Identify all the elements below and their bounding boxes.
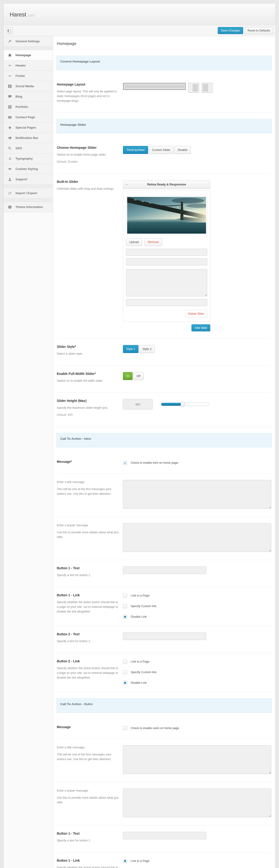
info-icon	[8, 205, 12, 209]
slider-option-thinkupslider[interactable]: ThinkUpSlider	[123, 146, 148, 154]
option-title: Message*	[57, 460, 120, 464]
radio-button[interactable]	[123, 670, 127, 674]
checkbox-label: Check to enable intro on home page.	[131, 461, 179, 464]
save-changes-button[interactable]: Save Changes	[218, 27, 243, 34]
sidebar-item-social-media[interactable]: Social Media	[3, 81, 53, 91]
sidebar-item-import-export[interactable]: Import / Export	[3, 188, 53, 198]
sidebar-layout-icon	[7, 29, 11, 32]
option-desc: Specify the maximum slider height (px).	[57, 405, 120, 410]
app-version: 1.0.0	[28, 14, 34, 17]
radio-button[interactable]	[123, 604, 127, 608]
sidebar-item-label: Homepage	[15, 53, 31, 57]
sidebar-item-blog[interactable]: Blog	[3, 91, 53, 102]
sidebar-item-contact-page[interactable]: Contact Page	[3, 112, 53, 122]
upload-button[interactable]: Upload	[126, 238, 142, 246]
option-desc: Switch on to enable home page slider.	[57, 152, 120, 157]
slide-image-frame	[126, 196, 207, 235]
intro-btn2-link-option-custom[interactable]: Specify Custom link	[123, 670, 271, 674]
layout-option-full-width[interactable]	[123, 83, 186, 90]
option-title: Slider Height (Max)	[57, 399, 120, 403]
slide-accordion-header[interactable]: - Retina Ready & Responsive	[123, 180, 210, 189]
slide-link-input[interactable]	[126, 299, 207, 306]
default-note: Default: 400	[57, 412, 120, 417]
option-title: Button 1 - Text	[57, 566, 120, 570]
eye-icon	[8, 167, 12, 171]
slider-style-1-button[interactable]: Style 1	[123, 345, 138, 353]
sidebar-item-support[interactable]: Support	[3, 174, 53, 185]
outro-teaser-message-textarea[interactable]	[123, 788, 271, 817]
radio-button[interactable]	[123, 659, 127, 664]
radio-button-checked[interactable]	[123, 615, 127, 619]
person-icon	[8, 178, 12, 181]
slider-option-custom-slider[interactable]: Custom Slider	[149, 146, 174, 154]
slider-style-2-button[interactable]: Style 2	[139, 345, 154, 353]
sidebar-item-theme-information[interactable]: Theme Information	[3, 202, 53, 212]
radio-button[interactable]	[123, 593, 127, 598]
outro-title-message-textarea[interactable]	[123, 745, 271, 774]
outro-enable-checkbox[interactable]	[123, 726, 127, 730]
toggle-on-button[interactable]: On	[123, 372, 133, 380]
slide-title: Retina Ready & Responsive	[131, 183, 202, 186]
slide-description-textarea[interactable]	[126, 269, 207, 297]
sidebar-item-footer[interactable]: Footer	[3, 71, 53, 81]
sidebar-separator	[3, 46, 53, 50]
option-desc: Unlimited slides with drag and drop sort…	[57, 186, 120, 191]
slide-accordion: - Retina Ready & Responsive	[123, 180, 210, 322]
option-desc: Specify whether the action button should…	[57, 600, 120, 614]
intro-btn1-link-option-custom[interactable]: Specify Custom link	[123, 604, 271, 608]
intro-btn2-link-option-disable[interactable]: Disable Link	[123, 681, 271, 685]
default-note: Default: Disable	[57, 159, 120, 164]
option-row-slider-height: Slider Height (Max) Specify the maximum …	[56, 393, 272, 427]
layout-option-left-sidebar[interactable]	[188, 83, 199, 93]
slider-option-disable[interactable]: Disable	[174, 146, 191, 154]
outro-btn1-text-input[interactable]	[123, 832, 206, 839]
option-row-builtin-slider: Built-In Slider Unlimited slides with dr…	[56, 174, 272, 339]
layout-option-right-sidebar[interactable]	[202, 83, 213, 93]
intro-btn2-link-option-page[interactable]: Link to a Page	[123, 659, 271, 664]
intro-btn1-text-input[interactable]	[123, 566, 206, 574]
slider-handle[interactable]	[181, 402, 185, 407]
sidebar-item-seo[interactable]: SEO	[3, 143, 53, 153]
slide-accordion-body: Upload Remove Delete Slide	[123, 191, 210, 322]
sidebar-item-portfolio[interactable]: Portfolio	[3, 102, 53, 112]
option-row-intro-teaser-message: Enter a teaser message. Use this to prov…	[56, 517, 272, 560]
sidebar-item-special-pages[interactable]: Special Pages	[3, 122, 53, 133]
intro-enable-checkbox[interactable]: ✔	[123, 461, 127, 465]
slider-height-input[interactable]	[123, 399, 152, 409]
checkbox-label: Check to enable outro on home page.	[131, 726, 180, 730]
sidebar-item-label: Social Media	[15, 84, 34, 88]
toggle-off-button[interactable]: Off	[133, 372, 144, 380]
slide-caption-input[interactable]	[126, 258, 207, 266]
option-desc: Enter a teaser message.	[57, 523, 120, 528]
sidebar-item-label: Header	[15, 64, 26, 67]
intro-title-message-textarea[interactable]	[123, 480, 271, 508]
megaphone-icon	[8, 136, 12, 140]
delete-slide-button[interactable]: Delete Slide	[185, 310, 207, 318]
sidebar-item-notification-bar[interactable]: Notification Bar	[3, 133, 53, 143]
option-title: Choose Homepage Slider	[57, 146, 120, 150]
option-row-outro-btn1-link: Button 1 - Link Specify whether the acti…	[56, 852, 272, 868]
add-slide-button[interactable]: Add Slide	[191, 324, 210, 332]
app-title: Harest	[10, 11, 26, 18]
sidebar-item-label: Support	[15, 178, 27, 181]
intro-btn2-text-input[interactable]	[123, 632, 206, 640]
sidebar-item-homepage[interactable]: Homepage	[3, 50, 53, 60]
option-row-intro-btn1-link: Button 1 - Link Specify whether the acti…	[56, 587, 272, 626]
sidebar-item-typography[interactable]: A Typography	[3, 153, 53, 164]
remove-button[interactable]: Remove	[144, 238, 162, 246]
radio-button-checked[interactable]	[123, 859, 127, 863]
option-row-intro-btn2-link: Button 2 - Link Specify whether the acti…	[56, 653, 272, 692]
intro-btn1-link-option-page[interactable]: Link to a Page	[123, 593, 271, 598]
outro-btn1-link-option-page[interactable]: Link to a Page	[123, 859, 271, 863]
sidebar-item-general-settings[interactable]: General Settings	[3, 36, 53, 46]
sidebar-item-custom-styling[interactable]: Custom Styling	[3, 164, 53, 174]
intro-btn1-link-option-disable[interactable]: Disable Link	[123, 615, 271, 619]
radio-button-checked[interactable]	[123, 681, 127, 685]
reset-defaults-button[interactable]: Reset to Defaults	[245, 27, 273, 34]
slide-title-input[interactable]	[126, 249, 207, 256]
sidebar-item-header[interactable]: Header	[3, 60, 53, 71]
intro-teaser-message-textarea[interactable]	[123, 523, 271, 552]
sidebar-toggle-button[interactable]	[6, 27, 13, 34]
slider-height-track[interactable]	[161, 403, 209, 406]
chevron-up-icon	[8, 64, 12, 67]
